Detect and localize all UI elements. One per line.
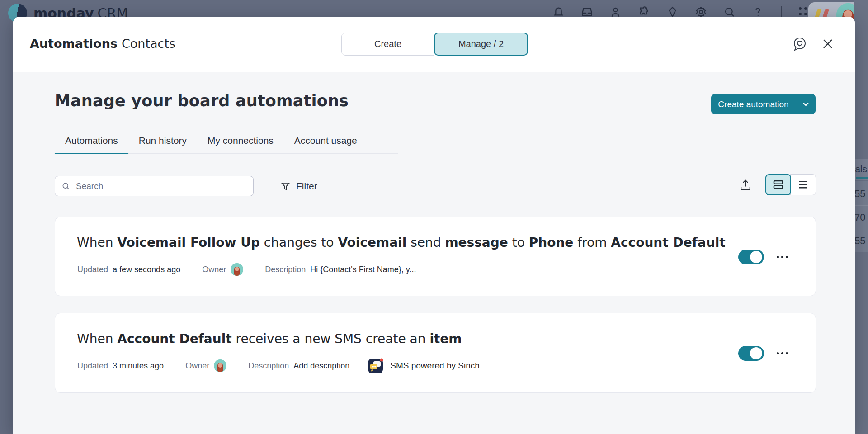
updated-label: Updated [77, 265, 108, 274]
tab-my-connections[interactable]: My connections [197, 135, 284, 154]
automation-card[interactable]: When Voicemail Follow Up changes to Voic… [55, 217, 816, 296]
close-button[interactable] [819, 35, 837, 53]
filter-funnel-icon [280, 181, 291, 192]
updated-value: 3 minutes ago [113, 361, 164, 371]
description-value[interactable]: Add description [293, 361, 349, 371]
description-label: Description [248, 361, 289, 371]
automation-rule-text: When Account Default receives a new SMS … [77, 331, 462, 346]
create-manage-switcher: Create Manage / 2 [341, 33, 528, 56]
filter-button[interactable]: Filter [277, 177, 321, 195]
tab-automations[interactable]: Automations [55, 135, 128, 154]
create-automation-button[interactable]: Create automation [711, 94, 816, 114]
modal-title: AutomationsContacts [30, 37, 175, 51]
automations-modal: AutomationsContacts Create Manage / 2 Ma… [13, 17, 855, 434]
page-title: Manage your board automations [55, 92, 349, 110]
automation-meta: Updated a few seconds ago Owner Descript… [77, 261, 416, 278]
owner-label: Owner [185, 361, 209, 371]
background-partial-value: 55 [854, 235, 867, 247]
owner-avatar[interactable] [214, 359, 226, 372]
sinch-sms-app-icon [368, 358, 384, 374]
description-label: Description [265, 265, 306, 274]
create-automation-dropdown[interactable] [796, 100, 816, 108]
tab-account-usage[interactable]: Account usage [284, 135, 368, 154]
filter-label: Filter [296, 181, 317, 192]
automation-card[interactable]: When Account Default receives a new SMS … [55, 313, 816, 393]
chevron-down-icon [802, 100, 810, 108]
owner-avatar[interactable] [231, 263, 243, 276]
feedback-chat-icon [792, 36, 808, 52]
owner-label: Owner [202, 265, 226, 274]
background-partial-value: 55 [854, 188, 867, 200]
close-icon [822, 38, 834, 50]
person-icon [609, 6, 622, 18]
tab-run-history[interactable]: Run history [128, 135, 197, 154]
help-icon [752, 6, 764, 18]
search-icon [723, 6, 736, 18]
export-button[interactable] [736, 175, 755, 195]
search-icon [61, 182, 71, 191]
integration-chip: SMS powered by Sinch [368, 358, 480, 374]
integration-label: SMS powered by Sinch [390, 361, 480, 371]
gear-icon [695, 6, 707, 18]
puzzle-icon [638, 6, 650, 18]
background-tab-underline [856, 177, 868, 179]
automation-enabled-toggle[interactable] [738, 250, 764, 264]
modal-header: AutomationsContacts Create Manage / 2 [13, 17, 855, 72]
card-menu-button[interactable] [777, 253, 790, 260]
description-value[interactable]: Hi {Contact's First Name}, y... [310, 265, 416, 274]
bell-icon [552, 6, 565, 18]
automation-meta: Updated 3 minutes ago Owner Description … [77, 358, 480, 374]
view-toggle [765, 174, 816, 195]
card-menu-button[interactable] [777, 349, 790, 357]
section-tabs: Automations Run history My connections A… [55, 135, 368, 154]
card-view-icon [772, 179, 784, 191]
tab-manage[interactable]: Manage / 2 [434, 33, 528, 56]
list-view-button[interactable] [790, 174, 816, 195]
tab-create[interactable]: Create [341, 33, 434, 56]
inbox-icon [581, 6, 593, 18]
automation-enabled-toggle[interactable] [738, 346, 764, 361]
background-partial-value: 70 [854, 212, 867, 223]
list-view-icon [797, 179, 809, 191]
background-partial-tab: als [855, 164, 867, 175]
create-automation-label: Create automation [711, 99, 796, 109]
export-icon [738, 178, 753, 192]
header-divider [781, 6, 782, 18]
search-box [55, 176, 254, 196]
updated-value: a few seconds ago [113, 265, 180, 274]
background-board-fragment: als 55 70 55 [854, 0, 868, 434]
updated-label: Updated [77, 361, 108, 371]
gem-icon [666, 6, 679, 18]
automation-rule-text: When Voicemail Follow Up changes to Voic… [77, 235, 726, 250]
search-input[interactable] [76, 181, 247, 191]
feedback-chat-button[interactable] [791, 35, 809, 53]
card-view-button[interactable] [765, 174, 791, 195]
